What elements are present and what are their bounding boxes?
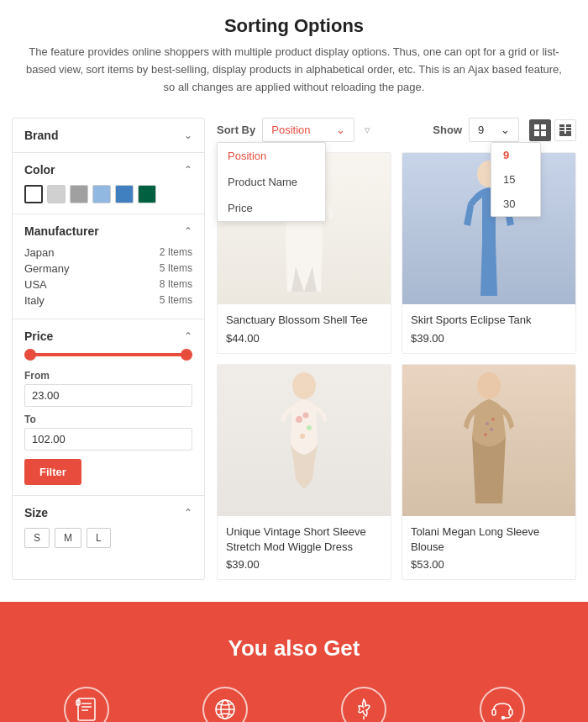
show-dropdown: 9 15 30 — [491, 142, 541, 217]
manufacturer-count-germany: 5 Items — [160, 262, 192, 275]
sort-select-button[interactable]: Position ⌄ — [262, 118, 354, 142]
svg-point-18 — [307, 425, 312, 430]
product-area: Sort By Position ⌄ ▿ Position Product Na… — [217, 118, 576, 580]
color-filter-section: Color ⌃ — [13, 153, 204, 214]
brand-filter-label: Brand — [24, 129, 58, 142]
sort-dropdown: Position Product Name Price — [217, 142, 326, 222]
product-card-3: Unique Vintage Short Sleeve Stretch Mod … — [217, 364, 391, 580]
svg-rect-8 — [559, 131, 564, 134]
color-swatch-dark-green[interactable] — [138, 185, 156, 203]
product-name-2: Skirt Sports Eclipse Tank — [411, 313, 567, 328]
documentation-icon — [64, 687, 109, 722]
product-name-3: Unique Vintage Short Sleeve Stretch Mod … — [226, 524, 382, 555]
range-slider-track — [24, 353, 192, 356]
sort-option-price[interactable]: Price — [218, 195, 325, 221]
sort-chevron-icon: ⌄ — [336, 124, 345, 136]
size-btn-s[interactable]: S — [24, 528, 50, 548]
feature-sliced-psd: Sliced PSD — [294, 687, 433, 722]
manufacturer-item-usa: USA 8 Items — [24, 277, 192, 292]
range-thumb-right[interactable] — [181, 349, 192, 361]
product-price-4: $53.00 — [411, 558, 567, 571]
show-option-9[interactable]: 9 — [491, 143, 540, 167]
manufacturer-name-germany: Germany — [24, 262, 69, 275]
product-image-3 — [218, 365, 391, 516]
color-swatch-light-gray[interactable] — [47, 185, 66, 203]
manufacturer-item-germany: Germany 5 Items — [24, 261, 192, 277]
show-select-button[interactable]: 9 ⌄ — [469, 118, 519, 142]
svg-rect-6 — [559, 128, 564, 130]
price-from-input[interactable] — [24, 384, 192, 407]
product-info-3: Unique Vintage Short Sleeve Stretch Mod … — [218, 516, 391, 579]
product-price-2: $39.00 — [411, 332, 567, 345]
manufacturer-name-italy: Italy — [24, 294, 45, 307]
size-filter-section: Size ⌃ S M L — [13, 496, 204, 558]
color-swatch-blue[interactable] — [115, 185, 134, 203]
show-selected-value: 9 — [478, 124, 484, 136]
brand-filter-header[interactable]: Brand ⌄ — [24, 129, 192, 142]
svg-point-23 — [490, 428, 493, 431]
funnel-icon: ▿ — [365, 124, 370, 136]
color-filter-header[interactable]: Color ⌃ — [24, 163, 192, 177]
product-image-4 — [402, 365, 575, 516]
show-group: Show 9 ⌄ 9 15 30 — [433, 118, 576, 142]
price-filter-header[interactable]: Price ⌃ — [24, 329, 192, 343]
price-to-input[interactable] — [24, 428, 192, 451]
svg-point-22 — [486, 422, 489, 425]
color-swatch-white[interactable] — [24, 185, 43, 203]
feature-crossbrowser: CrossBrowserCompatibility — [155, 687, 294, 722]
product-image-2 — [402, 153, 575, 304]
svg-point-37 — [501, 716, 504, 719]
svg-rect-26 — [78, 698, 95, 720]
svg-point-21 — [477, 372, 501, 399]
toolbar: Sort By Position ⌄ ▿ Position Product Na… — [217, 118, 576, 142]
svg-rect-36 — [509, 709, 512, 715]
product-info-4: Tolani Megan Long Sleeve Blouse $53.00 — [402, 516, 575, 579]
svg-point-16 — [292, 372, 316, 399]
sort-by-group: Sort By Position ⌄ ▿ Position Product Na… — [217, 118, 370, 142]
size-filter-header[interactable]: Size ⌃ — [24, 506, 192, 519]
show-option-30[interactable]: 30 — [491, 192, 540, 216]
color-filter-label: Color — [24, 163, 55, 177]
product-info-1: Sanctuary Blossom Shell Tee $44.00 — [218, 304, 391, 352]
price-from-label: From — [24, 370, 192, 382]
sort-option-product-name[interactable]: Product Name — [218, 169, 325, 195]
product-name-1: Sanctuary Blossom Shell Tee — [226, 313, 382, 328]
manufacturer-count-japan: 2 Items — [160, 246, 192, 259]
price-from-group: From — [24, 370, 192, 407]
manufacturer-list: Japan 2 Items Germany 5 Items USA 8 Item… — [24, 245, 192, 308]
sliced-psd-icon — [341, 687, 386, 722]
color-swatch-light-blue[interactable] — [92, 185, 111, 203]
svg-rect-1 — [541, 124, 546, 129]
color-swatch-medium-gray[interactable] — [70, 185, 88, 203]
crossbrowser-icon — [202, 687, 248, 722]
product-price-3: $39.00 — [226, 558, 382, 571]
size-btn-l[interactable]: L — [87, 528, 111, 548]
manufacturer-filter-label: Manufacturer — [24, 224, 99, 238]
svg-rect-35 — [492, 709, 496, 715]
svg-point-17 — [296, 416, 302, 423]
manufacturer-item-japan: Japan 2 Items — [24, 245, 192, 261]
svg-rect-10 — [559, 134, 571, 136]
size-btn-m[interactable]: M — [55, 528, 81, 548]
manufacturer-chevron-icon: ⌃ — [184, 225, 192, 237]
show-chevron-icon: ⌄ — [501, 124, 510, 136]
brand-filter-section: Brand ⌄ — [13, 119, 204, 153]
feature-support: Support 24/7 — [433, 687, 571, 722]
show-label: Show — [433, 124, 462, 136]
sort-option-position[interactable]: Position — [218, 143, 325, 169]
svg-rect-4 — [559, 124, 564, 127]
svg-rect-0 — [534, 124, 539, 129]
manufacturer-filter-header[interactable]: Manufacturer ⌃ — [24, 224, 192, 238]
feature-documentation: Documentation — [17, 687, 155, 722]
range-thumb-left[interactable] — [24, 349, 36, 361]
filter-button[interactable]: Filter — [24, 459, 81, 485]
svg-point-20 — [303, 412, 309, 418]
product-info-2: Skirt Sports Eclipse Tank $39.00 — [402, 304, 575, 352]
view-icons — [529, 119, 576, 141]
price-filter-label: Price — [24, 329, 53, 343]
grid-view-icon[interactable] — [529, 119, 551, 141]
price-filter-section: Price ⌃ From To — [13, 319, 204, 496]
svg-rect-2 — [534, 131, 539, 136]
show-option-15[interactable]: 15 — [491, 167, 540, 192]
list-view-icon[interactable] — [554, 119, 576, 141]
